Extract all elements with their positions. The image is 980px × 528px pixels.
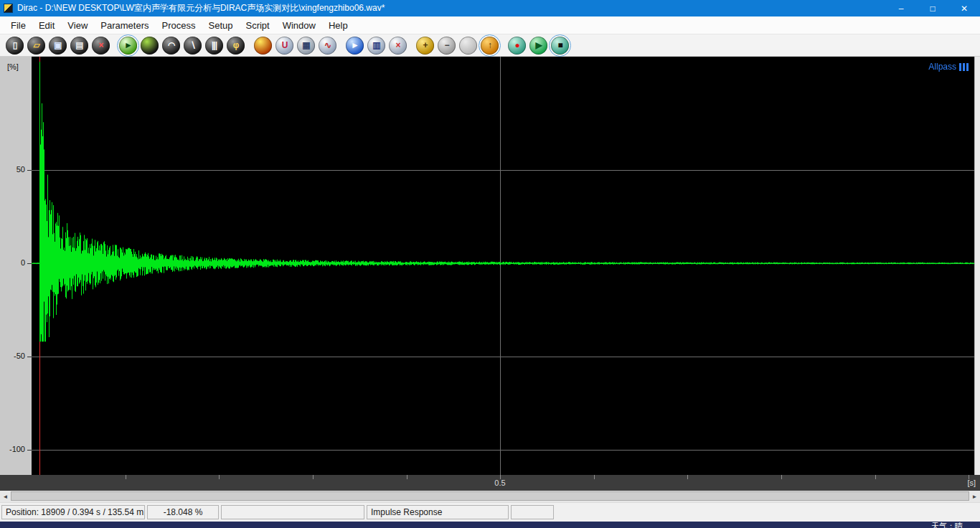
vertical-scrollbar[interactable]	[974, 57, 980, 475]
mls-signal-icon: U	[282, 41, 288, 50]
stop-button[interactable]: ■	[551, 37, 569, 55]
menu-help[interactable]: Help	[322, 17, 354, 34]
horizontal-scrollbar[interactable]: ◄ ►	[0, 491, 980, 502]
x-axis-bar[interactable]: [s] 0.5	[0, 475, 980, 491]
phase-button[interactable]: φ	[227, 37, 245, 55]
open-file-icon: ▱	[33, 41, 39, 50]
menu-file[interactable]: File	[4, 17, 32, 34]
cursor-button[interactable]: ►	[346, 37, 364, 55]
title-bar: Dirac - D:\NEW DESKTOP\LW室内声学有限元分析与DIRAC…	[0, 0, 980, 16]
menu-view[interactable]: View	[61, 17, 94, 34]
record-button[interactable]: ●	[508, 37, 526, 55]
toolbar-group: ►▥×	[346, 37, 407, 55]
y-tick-mark	[27, 170, 32, 171]
print-button[interactable]: ▤	[70, 37, 88, 55]
cursor-icon: ►	[351, 41, 359, 50]
x-tick-mark	[313, 475, 314, 479]
decay-curve-icon: ∖	[190, 41, 195, 50]
x-tick-mark	[126, 475, 126, 479]
scroll-right-arrow[interactable]: ►	[969, 491, 980, 502]
play-icon: ▶	[535, 41, 541, 50]
x-tick-mark	[875, 475, 876, 479]
open-file-button[interactable]: ▱	[27, 37, 45, 55]
toolbar-group: +−↑	[416, 37, 499, 55]
y-axis-gutter: [%] 500-50-100	[0, 57, 32, 475]
x-tick-mark	[687, 475, 688, 479]
histogram-button[interactable]: ▥	[367, 37, 385, 55]
taskbar-strip: 天气：晴	[0, 522, 980, 528]
delete-button[interactable]: ×	[92, 37, 110, 55]
toolbar-group: ▯▱▣▤×	[6, 37, 110, 55]
window-title: Dirac - D:\NEW DESKTOP\LW室内声学有限元分析与DIRAC…	[17, 2, 885, 14]
spectrum-button[interactable]: |||	[205, 37, 223, 55]
parameter-table-icon: ▦	[302, 41, 309, 50]
histogram-icon: ▥	[372, 41, 380, 50]
save-file-icon: ▣	[54, 41, 61, 50]
zoom-out-icon: −	[444, 41, 448, 50]
new-file-button[interactable]: ▯	[6, 37, 24, 55]
impulse-response-button[interactable]: ◠	[162, 37, 180, 55]
parameters-button[interactable]	[254, 37, 272, 55]
new-file-icon: ▯	[13, 41, 17, 50]
menu-setup[interactable]: Setup	[202, 17, 239, 34]
status-amplitude: -18.048 %	[147, 505, 219, 519]
discard-button[interactable]: ×	[389, 37, 407, 55]
filter-label: Allpass	[928, 62, 956, 72]
measure-icon: ►	[124, 41, 132, 50]
mls-signal-button[interactable]: U	[275, 37, 293, 55]
status-extra-1	[221, 505, 364, 519]
menu-parameters[interactable]: Parameters	[94, 17, 155, 34]
save-file-button[interactable]: ▣	[49, 37, 67, 55]
y-axis-unit: [%]	[7, 62, 19, 71]
x-tick-mark	[594, 475, 595, 479]
menu-edit[interactable]: Edit	[32, 17, 61, 34]
delete-icon: ×	[98, 41, 103, 50]
toolbar-group: ►◠∖|||φ	[119, 37, 245, 55]
decay-curve-button[interactable]: ∖	[184, 37, 202, 55]
stop-icon: ■	[557, 41, 562, 50]
close-button[interactable]: ✕	[948, 0, 980, 16]
toolbar: ▯▱▣▤×►◠∖|||φU▦∿►▥×+−↑●▶■	[0, 34, 980, 57]
signal-button[interactable]	[141, 37, 159, 55]
marker-icon: ↑	[488, 41, 491, 50]
maximize-button[interactable]: □	[917, 0, 948, 16]
minimize-button[interactable]: –	[885, 0, 917, 16]
print-icon: ▤	[75, 41, 83, 50]
menu-process[interactable]: Process	[156, 17, 202, 34]
frequency-response-button[interactable]: ∿	[319, 37, 336, 55]
zoom-in-button[interactable]: +	[416, 37, 434, 55]
menu-bar: FileEditViewParametersProcessSetupScript…	[0, 16, 980, 34]
plot-area: [%] 500-50-100 Allpass	[0, 57, 980, 475]
marker-button[interactable]: ↑	[481, 37, 499, 55]
status-extra-2	[511, 505, 554, 519]
x-tick-mark	[781, 475, 782, 479]
status-bar: Position: 18909 / 0.394 s / 135.54 m-18.…	[0, 502, 980, 522]
discard-icon: ×	[395, 41, 400, 50]
app-icon[interactable]	[4, 4, 13, 13]
y-tick-mark	[27, 450, 32, 451]
scroll-left-arrow[interactable]: ◄	[0, 491, 11, 502]
measure-button[interactable]: ►	[119, 37, 137, 55]
scrollbar-thumb[interactable]	[11, 491, 969, 501]
menu-script[interactable]: Script	[239, 17, 275, 34]
frequency-response-icon: ∿	[324, 41, 331, 50]
x-axis-unit: [s]	[967, 478, 976, 487]
y-tick-label-50: 50	[4, 165, 25, 174]
x-tick-label: 0.5	[494, 478, 505, 487]
x-tick-mark	[219, 475, 220, 479]
spectrum-icon: |||	[212, 41, 217, 50]
y-tick-mark	[27, 263, 32, 264]
menu-window[interactable]: Window	[276, 17, 322, 34]
zoom-out-button[interactable]: −	[438, 37, 456, 55]
y-tick-label-0: 0	[4, 258, 25, 267]
y-tick-mark	[27, 357, 32, 357]
play-button[interactable]: ▶	[529, 37, 547, 55]
parameter-table-button[interactable]: ▦	[297, 37, 315, 55]
zoom-reset-button[interactable]	[459, 37, 477, 55]
status-view-mode: Impulse Response	[367, 505, 509, 519]
waveform-canvas[interactable]	[32, 57, 974, 475]
toolbar-group: U▦∿	[254, 37, 336, 55]
record-icon: ●	[514, 41, 519, 50]
y-tick-label--50: -50	[4, 352, 25, 360]
filter-overlay[interactable]: Allpass	[928, 62, 969, 72]
